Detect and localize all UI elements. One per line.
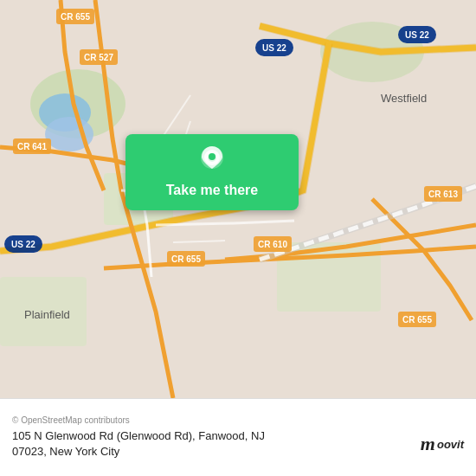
svg-text:CR 655: CR 655: [171, 254, 201, 264]
info-bar: © OpenStreetMap contributors 105 N Glenw…: [0, 398, 476, 476]
attribution-text: © OpenStreetMap contributors: [12, 415, 130, 425]
svg-text:CR 527: CR 527: [84, 53, 113, 62]
svg-text:CR 655: CR 655: [402, 315, 432, 325]
address-text: 105 N Glenwood Rd (Glenwood Rd), Fanwood…: [12, 428, 412, 460]
svg-text:US 22: US 22: [11, 240, 35, 249]
pin-icon: [199, 146, 225, 177]
address-line1: 105 N Glenwood Rd (Glenwood Rd), Fanwood…: [12, 429, 265, 442]
svg-text:CR 641: CR 641: [17, 142, 47, 151]
take-me-there-button[interactable]: Take me there: [125, 134, 299, 210]
svg-text:Westfield: Westfield: [381, 92, 427, 105]
moovit-logo-text: oovit: [437, 438, 464, 451]
svg-text:CR 613: CR 613: [428, 190, 458, 199]
cta-container: Take me there: [125, 134, 299, 210]
address-row: 105 N Glenwood Rd (Glenwood Rd), Fanwood…: [12, 428, 464, 460]
svg-text:Plainfield: Plainfield: [24, 308, 70, 321]
map-container: CR 655 US 22 US 22 US 22 CR 527 CR 641 C…: [0, 0, 476, 398]
moovit-logo-m: m: [421, 433, 435, 455]
svg-point-33: [209, 153, 215, 160]
svg-text:US 22: US 22: [262, 43, 286, 53]
moovit-logo: moovit: [421, 433, 464, 455]
svg-text:CR 610: CR 610: [258, 240, 287, 249]
map-attribution: © OpenStreetMap contributors: [12, 415, 464, 425]
cta-label: Take me there: [166, 183, 258, 197]
svg-text:US 22: US 22: [405, 30, 429, 40]
address-line2: 07023, New York City: [12, 445, 119, 458]
svg-text:CR 655: CR 655: [61, 12, 90, 22]
